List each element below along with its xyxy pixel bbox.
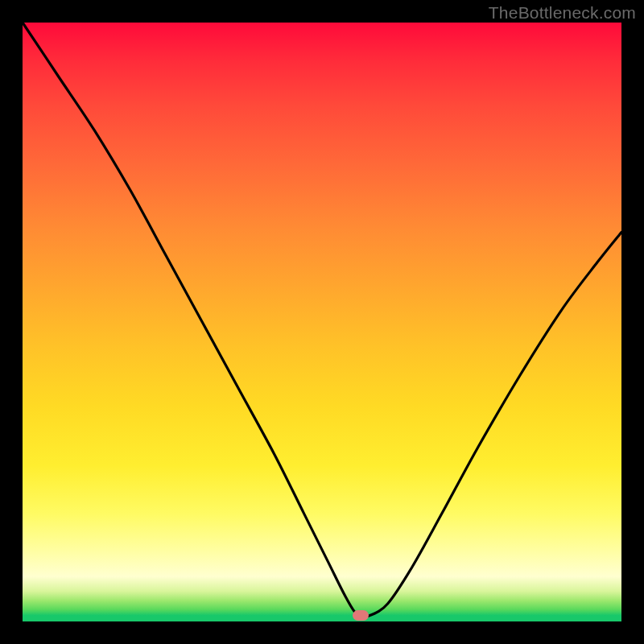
optimal-point-marker <box>353 610 369 621</box>
chart-frame: TheBottleneck.com <box>0 0 644 644</box>
plot-area <box>23 23 621 621</box>
watermark-text: TheBottleneck.com <box>489 3 636 23</box>
bottleneck-curve <box>23 23 621 621</box>
